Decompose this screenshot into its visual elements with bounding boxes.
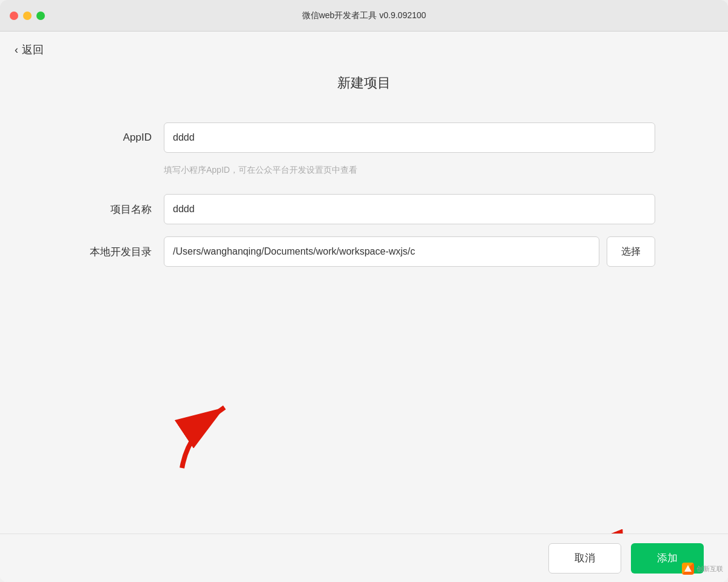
annotation-arrow-1 bbox=[164, 395, 249, 477]
back-label: 返回 bbox=[22, 42, 44, 57]
title-bar: 微信web开发者工具 v0.9.092100 bbox=[0, 0, 728, 32]
bottom-bar: 取消 添加 bbox=[0, 534, 728, 582]
project-name-row: 项目名称 bbox=[73, 194, 655, 224]
content-area: ‹ 返回 新建项目 AppID 填写小程序AppID，可在公众平台开发设置页中查… bbox=[0, 32, 728, 582]
local-dir-row: 本地开发目录 选择 bbox=[73, 236, 655, 267]
dir-row: 选择 bbox=[164, 236, 655, 267]
hint-row: 填写小程序AppID，可在公众平台开发设置页中查看 bbox=[73, 165, 655, 176]
cancel-button[interactable]: 取消 bbox=[548, 543, 621, 574]
watermark-logo bbox=[682, 563, 694, 575]
select-dir-button[interactable]: 选择 bbox=[607, 236, 655, 267]
minimize-button[interactable] bbox=[23, 12, 32, 20]
watermark-text: 创新互联 bbox=[696, 564, 723, 574]
svg-marker-2 bbox=[684, 565, 692, 572]
project-name-input[interactable] bbox=[164, 194, 655, 224]
appid-hint: 填写小程序AppID，可在公众平台开发设置页中查看 bbox=[164, 165, 357, 176]
traffic-lights bbox=[10, 12, 45, 20]
close-button[interactable] bbox=[10, 12, 18, 20]
window-title: 微信web开发者工具 v0.9.092100 bbox=[302, 10, 426, 21]
maximize-button[interactable] bbox=[36, 12, 45, 20]
local-dir-input[interactable] bbox=[164, 236, 599, 267]
appid-row: AppID bbox=[73, 122, 655, 153]
project-name-label: 项目名称 bbox=[73, 202, 152, 216]
back-button[interactable]: ‹ 返回 bbox=[0, 32, 58, 68]
watermark: 创新互联 bbox=[682, 563, 723, 575]
appid-input[interactable] bbox=[164, 122, 655, 153]
form: AppID 填写小程序AppID，可在公众平台开发设置页中查看 项目名称 本地开… bbox=[0, 122, 728, 279]
local-dir-label: 本地开发目录 bbox=[73, 245, 152, 259]
page-title: 新建项目 bbox=[0, 74, 728, 92]
app-window: 微信web开发者工具 v0.9.092100 ‹ 返回 新建项目 AppID 填… bbox=[0, 0, 728, 582]
appid-label: AppID bbox=[73, 132, 152, 144]
back-arrow-icon: ‹ bbox=[15, 44, 18, 56]
